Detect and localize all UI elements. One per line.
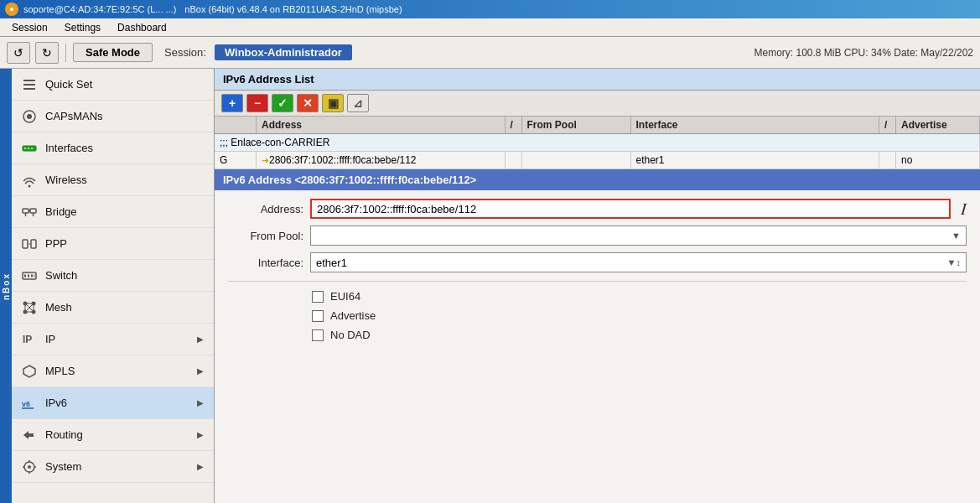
cursor-icon: 𝐼 <box>961 200 967 219</box>
address-table: Address / From Pool Interface / Advertis… <box>215 117 980 169</box>
system-label: System <box>45 460 195 473</box>
sidebar-item-routing[interactable]: Routing ▶ <box>12 419 214 451</box>
title-bar: ● soporte@C4:AD:34:7E:92:5C (L... ...) n… <box>0 0 980 18</box>
panel-toolbar: + − ✓ ✕ ▣ ⊿ <box>215 91 980 117</box>
copy-button[interactable]: ▣ <box>322 94 344 112</box>
mesh-icon <box>20 298 39 317</box>
interface-dropdown-icon: ▼↕ <box>947 257 961 267</box>
menu-session[interactable]: Session <box>3 20 56 35</box>
ipv6-label: IPv6 <box>45 397 195 409</box>
sidebar-strip: nBox <box>0 69 12 503</box>
svg-point-38 <box>28 465 31 469</box>
advertise-label: Advertise <box>330 309 376 322</box>
advertise-row: Advertise <box>312 309 967 322</box>
panel-header: IPv6 Address List <box>215 69 980 91</box>
capsman-icon <box>20 107 39 126</box>
detail-form: Address: 𝐼 From Pool: ▼ Interface: ether… <box>215 190 980 503</box>
sidebar-item-mpls[interactable]: MPLS ▶ <box>12 355 214 387</box>
svg-rect-20 <box>28 274 29 277</box>
svg-rect-15 <box>23 240 28 248</box>
row-sep2 <box>879 152 896 169</box>
menu-bar: Session Settings Dashboard <box>0 18 980 37</box>
no-dad-row: No DAD <box>312 329 967 341</box>
sidebar-item-system[interactable]: System ▶ <box>12 451 214 483</box>
detail-header: IPv6 Address <2806:3f7:1002::ffff:f0ca:b… <box>215 169 980 190</box>
bridge-icon <box>20 203 39 221</box>
redo-button[interactable]: ↻ <box>35 42 59 64</box>
svg-rect-7 <box>28 148 29 149</box>
sidebar-item-capsman[interactable]: CAPsMANs <box>12 101 214 132</box>
sidebar: Quick Set CAPsMANs Interfa <box>12 69 215 503</box>
address-input[interactable] <box>310 199 951 219</box>
detail-title: IPv6 Address <2806:3f7:1002::ffff:f0ca:b… <box>223 174 476 186</box>
sidebar-item-wireless[interactable]: Wireless <box>12 164 214 196</box>
undo-button[interactable]: ↺ <box>7 42 30 64</box>
col-frompool: From Pool <box>522 117 631 133</box>
add-button[interactable]: + <box>221 94 243 112</box>
interface-row: Interface: ether1 ▼↕ <box>228 252 967 272</box>
interface-label: Interface: <box>228 257 303 269</box>
from-pool-label: From Pool: <box>228 230 303 242</box>
svg-rect-16 <box>31 240 36 248</box>
table-row-data[interactable]: G ➜ 2806:3f7:1002::ffff:f0ca:bebe/112 et… <box>215 152 980 169</box>
system-info: Memory: 100.8 MiB CPU: 34% Date: May/22/… <box>754 47 973 59</box>
svg-rect-11 <box>30 209 36 213</box>
svg-rect-8 <box>31 148 33 149</box>
capsman-label: CAPsMANs <box>45 110 205 122</box>
address-label: Address: <box>228 203 303 215</box>
table-header: Address / From Pool Interface / Advertis… <box>215 117 980 134</box>
sidebar-item-ip[interactable]: IP IP ▶ <box>12 324 214 355</box>
switch-label: Switch <box>45 269 205 282</box>
cancel-button[interactable]: ✕ <box>297 94 319 112</box>
row-arrow-icon: ➜ <box>262 155 269 166</box>
cpu-label: CPU: <box>844 47 869 59</box>
row-address: ➜ 2806:3f7:1002::ffff:f0ca:bebe/112 <box>257 152 506 169</box>
panel-title: IPv6 Address List <box>223 73 314 86</box>
toolbar: ↺ ↻ Safe Mode Session: Winbox-Administra… <box>0 37 980 69</box>
col-sep2: / <box>879 117 896 133</box>
safe-mode-button[interactable]: Safe Mode <box>73 43 153 62</box>
mpls-icon <box>20 362 39 381</box>
quick-set-icon <box>20 75 39 94</box>
menu-settings[interactable]: Settings <box>56 20 109 35</box>
sidebar-item-ppp[interactable]: PPP <box>12 228 214 260</box>
svg-rect-19 <box>24 274 26 277</box>
title-text: soporte@C4:AD:34:7E:92:5C (L... ...) <box>23 4 176 14</box>
check-button[interactable]: ✓ <box>272 94 293 112</box>
session-label: Session: <box>164 46 206 59</box>
comment-text: ;;; Enlace-con-CARRIER <box>215 134 980 151</box>
quick-set-label: Quick Set <box>45 78 205 91</box>
app-icon: ● <box>5 3 18 16</box>
interface-select[interactable]: ether1 ▼↕ <box>310 252 967 272</box>
sidebar-item-switch[interactable]: Switch <box>12 260 214 292</box>
sidebar-item-bridge[interactable]: Bridge <box>12 196 214 228</box>
sidebar-item-mesh[interactable]: Mesh <box>12 292 214 324</box>
form-separator <box>228 281 967 282</box>
routing-label: Routing <box>45 428 195 441</box>
svg-rect-10 <box>23 209 29 213</box>
sidebar-item-interfaces[interactable]: Interfaces <box>12 132 214 164</box>
eui64-checkbox[interactable] <box>312 291 324 303</box>
menu-dashboard[interactable]: Dashboard <box>109 20 175 35</box>
svg-text:IP: IP <box>23 334 32 345</box>
sidebar-item-ipv6[interactable]: v6 IPv6 ▶ <box>12 387 214 419</box>
sidebar-item-quick-set[interactable]: Quick Set <box>12 69 214 101</box>
remove-button[interactable]: − <box>246 94 268 112</box>
ppp-label: PPP <box>45 237 205 250</box>
interface-value: ether1 <box>316 257 347 269</box>
row-advertise: no <box>896 152 980 169</box>
table-row-comment[interactable]: ;;; Enlace-con-CARRIER <box>215 134 980 152</box>
no-dad-checkbox[interactable] <box>312 329 324 341</box>
ppp-icon <box>20 235 39 253</box>
mpls-label: MPLS <box>45 365 195 377</box>
interfaces-label: Interfaces <box>45 142 205 154</box>
toolbar-divider <box>65 44 66 62</box>
switch-icon <box>20 267 39 285</box>
from-pool-select[interactable]: ▼ <box>310 226 967 246</box>
memory-value: 100.8 MiB <box>796 47 841 59</box>
svg-rect-21 <box>31 274 33 277</box>
advertise-checkbox[interactable] <box>312 310 324 322</box>
filter-button[interactable]: ⊿ <box>347 94 369 112</box>
ip-icon: IP <box>20 330 39 349</box>
svg-marker-34 <box>23 366 35 377</box>
